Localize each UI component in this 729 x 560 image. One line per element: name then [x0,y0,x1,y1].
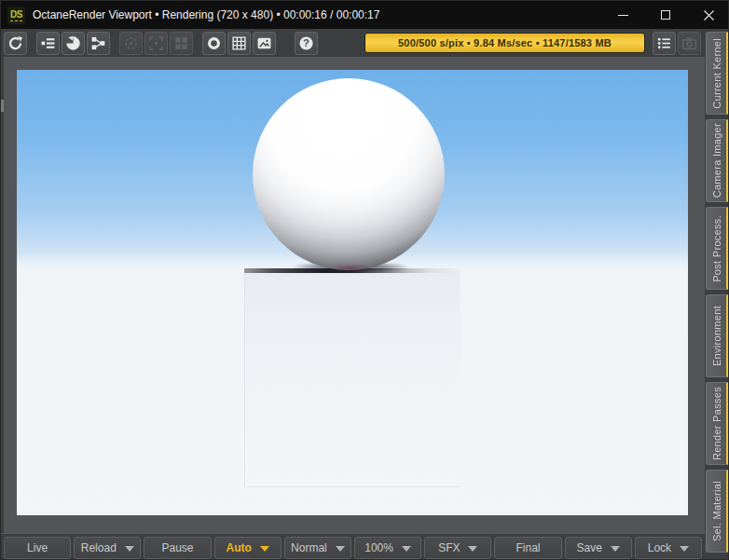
network-render-button[interactable] [87,32,110,55]
settings-tab-strip: Current Kernel Camera Imager Post Proces… [705,29,729,560]
chevron-down-icon [125,546,134,552]
tab-current-kernel[interactable]: Current Kernel [706,32,728,115]
render-progress-bar: 500/500 s/pix • 9.84 Ms/sec • 1147/1583 … [364,33,645,53]
final-button[interactable]: Final [494,537,561,559]
tab-render-passes-label: Render Passes [711,387,722,460]
titlebar[interactable]: DS OctaneRender Viewport • Rendering (72… [1,1,729,29]
octane-render-viewport-window: DS OctaneRender Viewport • Rendering (72… [0,0,729,560]
save-button[interactable]: Save [565,537,632,559]
tab-post-process[interactable]: Post Process. [706,207,728,290]
minimize-icon [618,15,628,16]
normal-mode-button-label: Normal [291,541,327,554]
toolbar-group-help: ? [295,32,320,55]
chevron-down-icon [611,546,620,552]
toolbar-group-scene [36,32,112,55]
grid-overlay-button[interactable] [227,32,251,55]
render-log-icon [656,35,672,51]
snapshot-camera-button [678,32,701,55]
grid-overlay-icon [231,35,247,51]
maximize-icon [661,10,670,20]
pause-button-label: Pause [161,541,193,554]
toolbar-group-right [653,32,703,55]
app-icon-dash [10,20,22,21]
window-controls [601,1,729,29]
save-button-label: Save [577,541,602,554]
refresh-button[interactable] [4,32,27,55]
tab-camera-imager-label: Camera Imager [711,123,722,198]
snapshot-camera-icon [681,35,697,51]
tab-environment-label: Environment [711,306,722,366]
viewport-bottom-toolbar: Live Reload Pause Auto Normal 100% SFX F… [1,533,705,560]
app-icon-text: DS [10,9,22,20]
help-button[interactable]: ? [295,32,318,55]
sfx-button[interactable]: SFX [424,537,491,559]
rendered-image[interactable] [17,70,688,515]
zoom-level-button[interactable]: 100% [354,537,421,559]
ring-button[interactable] [202,32,226,55]
minimize-button[interactable] [601,1,644,29]
help-icon: ? [298,35,314,51]
toolbar-group-overlay [202,32,278,55]
pick-focus-button [144,32,168,55]
render-toolbar: ? 500/500 s/pix • 9.84 Ms/sec • 1147/158… [1,29,705,57]
sphere-contact-tint [330,265,371,271]
toolbar-group-pick [119,32,195,55]
network-render-icon [90,35,106,51]
reload-button[interactable]: Reload [74,537,141,559]
tab-environment[interactable]: Environment [706,294,728,377]
window-title: OctaneRender Viewport • Rendering (720 x… [33,8,379,21]
auto-button[interactable]: Auto [214,537,282,559]
tab-sel-material[interactable]: Sel. Material [706,470,728,553]
restart-render-icon [65,35,81,51]
scene-tree-icon [40,35,56,51]
chevron-down-icon [336,546,345,552]
render-progress-text: 500/500 s/pix • 9.84 Ms/sec • 1147/1583 … [398,37,612,48]
render-viewport[interactable] [1,57,705,533]
lock-button-label: Lock [648,541,671,554]
chevron-down-icon [680,546,689,552]
reload-button-label: Reload [81,541,117,554]
tab-post-process-label: Post Process. [711,215,722,282]
tab-render-passes[interactable]: Render Passes [706,382,728,465]
auto-button-label: Auto [227,541,252,554]
live-button-label: Live [27,541,48,554]
background-image-icon [256,35,272,51]
tab-camera-imager[interactable]: Camera Imager [706,119,728,202]
lock-button[interactable]: Lock [635,537,702,559]
render-region-icon [173,35,189,51]
cube-front-face [244,273,461,487]
close-button[interactable] [687,1,729,29]
white-sphere [253,78,445,270]
pause-button[interactable]: Pause [144,537,211,559]
scene-tree-button[interactable] [36,32,60,55]
close-icon [703,9,715,21]
pick-target-icon [123,35,139,51]
pick-target-button [119,32,143,55]
live-button[interactable]: Live [4,537,71,559]
render-log-button[interactable] [653,32,676,55]
refresh-icon [7,35,23,51]
maximize-button[interactable] [644,1,687,29]
chevron-down-icon [468,546,477,552]
final-button-label: Final [516,541,541,554]
chevron-down-icon [260,546,269,552]
background-image-button[interactable] [253,32,276,55]
splitter-handle-icon [1,100,4,112]
left-splitter[interactable] [1,57,4,533]
toolbar-group-refresh [4,32,29,55]
svg-text:?: ? [303,37,309,48]
restart-render-button[interactable] [62,32,85,55]
normal-mode-button[interactable]: Normal [284,537,351,559]
tab-current-kernel-label: Current Kernel [711,38,722,109]
zoom-level-button-label: 100% [364,541,393,554]
ring-icon [206,35,222,51]
tab-sel-material-label: Sel. Material [711,481,722,541]
daz-studio-app-icon: DS [7,7,25,24]
render-region-button [170,32,193,55]
pick-focus-icon [148,35,164,51]
chevron-down-icon [402,546,411,552]
sfx-button-label: SFX [438,541,460,554]
